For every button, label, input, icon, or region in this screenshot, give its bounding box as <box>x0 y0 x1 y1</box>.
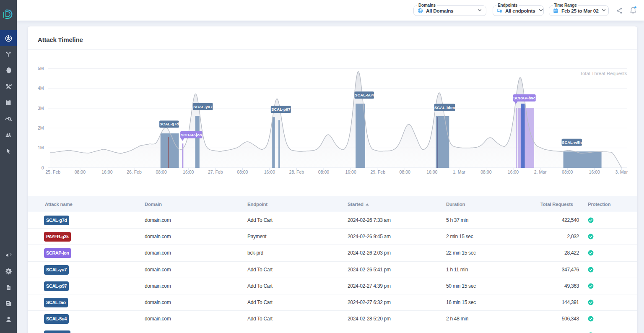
svg-text:SCAL-p97: SCAL-p97 <box>271 107 290 112</box>
svg-text:16:00: 16:00 <box>589 169 600 174</box>
svg-text:0: 0 <box>42 165 44 170</box>
svg-text:SCRAP-b9c: SCRAP-b9c <box>513 96 535 100</box>
svg-text:SCAL-yu7: SCAL-yu7 <box>193 104 212 109</box>
svg-text:08:00: 08:00 <box>318 169 329 174</box>
svg-text:08:00: 08:00 <box>400 169 410 174</box>
svg-text:1M: 1M <box>38 145 44 150</box>
svg-text:2M: 2M <box>38 125 44 130</box>
svg-text:SCRAP-jon: SCRAP-jon <box>181 133 202 137</box>
svg-text:4M: 4M <box>38 86 44 91</box>
svg-text:08:00: 08:00 <box>480 169 491 174</box>
svg-text:29. Feb: 29. Feb <box>370 169 385 174</box>
svg-text:Total Threat Requests: Total Threat Requests <box>580 71 627 76</box>
svg-text:16:00: 16:00 <box>264 169 275 174</box>
svg-text:16:00: 16:00 <box>426 169 437 174</box>
svg-text:08:00: 08:00 <box>562 169 573 174</box>
svg-text:SCAL-bbm: SCAL-bbm <box>434 105 455 110</box>
svg-text:26. Feb: 26. Feb <box>127 169 142 174</box>
svg-text:28. Feb: 28. Feb <box>289 169 304 174</box>
svg-text:SCAL-w5h: SCAL-w5h <box>562 140 582 145</box>
svg-text:08:00: 08:00 <box>156 169 166 174</box>
svg-text:16:00: 16:00 <box>101 169 112 174</box>
svg-text:25. Feb: 25. Feb <box>45 169 60 174</box>
svg-text:3M: 3M <box>38 106 44 111</box>
svg-text:16:00: 16:00 <box>508 169 519 174</box>
svg-text:5M: 5M <box>38 66 44 71</box>
svg-text:16:00: 16:00 <box>345 169 356 174</box>
svg-text:16:00: 16:00 <box>183 169 194 174</box>
svg-text:27. Feb: 27. Feb <box>208 169 223 174</box>
svg-text:SCAL-g7d: SCAL-g7d <box>160 122 179 126</box>
svg-text:3. Mar: 3. Mar <box>615 169 628 174</box>
svg-text:08:00: 08:00 <box>75 169 86 174</box>
svg-text:1. Mar: 1. Mar <box>453 169 465 174</box>
svg-text:2. Mar: 2. Mar <box>534 169 547 174</box>
svg-text:08:00: 08:00 <box>237 169 248 174</box>
svg-text:SCAL-5u4: SCAL-5u4 <box>355 93 374 97</box>
